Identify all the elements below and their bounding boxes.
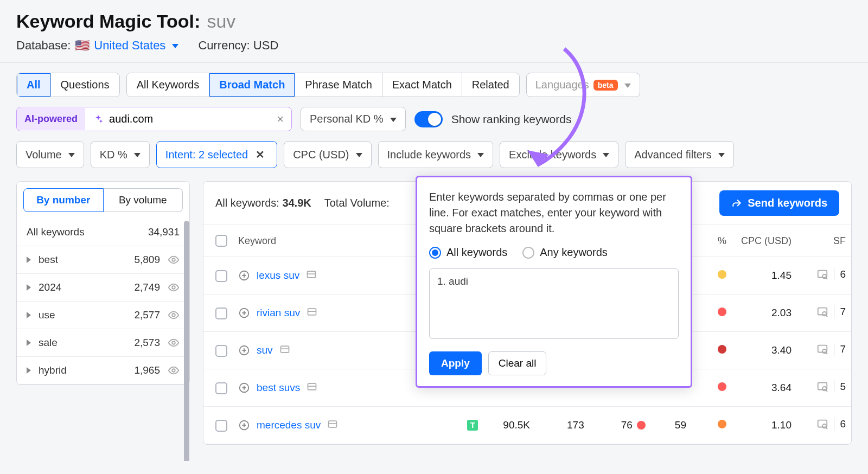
sidebar-scrollbar[interactable] — [184, 221, 189, 461]
filter-cpc[interactable]: CPC (USD) — [284, 141, 371, 168]
languages-dropdown[interactable]: Languages beta — [526, 73, 640, 97]
chevron-down-icon — [390, 118, 397, 122]
intent-badge: T — [467, 420, 478, 431]
sidebar-all-keywords-row[interactable]: All keywords 34,931 — [17, 219, 189, 246]
serp-icon[interactable] — [816, 343, 828, 355]
send-keywords-button[interactable]: Send keywords — [719, 190, 839, 216]
sidebar-item[interactable]: 2024 2,749 — [17, 274, 189, 302]
sf-value: 5 — [840, 381, 846, 393]
cpc-value: 3.40 — [732, 332, 797, 369]
keywords-textarea[interactable] — [429, 268, 679, 339]
chevron-right-icon — [27, 367, 31, 374]
serp-icon[interactable] — [816, 381, 828, 393]
svg-point-1 — [172, 286, 175, 289]
sf-value: 6 — [840, 268, 846, 280]
row-checkbox[interactable] — [215, 270, 227, 282]
select-all-checkbox[interactable] — [215, 235, 227, 247]
eye-icon[interactable] — [168, 364, 180, 376]
eye-icon[interactable] — [168, 281, 180, 293]
keyword-link[interactable]: rivian suv — [257, 307, 300, 319]
add-icon[interactable] — [238, 270, 250, 281]
keyword-link[interactable]: best suvs — [257, 382, 300, 394]
row-checkbox[interactable] — [215, 345, 227, 357]
add-icon[interactable] — [238, 419, 250, 431]
row-checkbox[interactable] — [215, 420, 227, 432]
tab-exact-match[interactable]: Exact Match — [382, 73, 462, 97]
kd-value — [718, 308, 726, 316]
chevron-right-icon — [27, 284, 31, 291]
sidebar-item-count: 2,577 — [134, 309, 160, 321]
eye-icon[interactable] — [168, 254, 180, 266]
query-type-group: All Questions — [16, 73, 120, 97]
close-icon[interactable]: ✕ — [252, 147, 268, 162]
filter-advanced[interactable]: Advanced filters — [625, 141, 733, 168]
radio-icon — [522, 247, 534, 259]
sidebar-item[interactable]: use 2,577 — [17, 302, 189, 329]
sidebar-item-label: hybrid — [39, 364, 126, 376]
filter-include-keywords[interactable]: Include keywords — [378, 141, 494, 168]
card-icon — [279, 344, 290, 355]
cpc-value: 2.03 — [732, 294, 797, 332]
clear-input-icon[interactable]: × — [277, 112, 284, 126]
eye-icon[interactable] — [168, 309, 180, 321]
toolbar: All Questions All Keywords Broad Match P… — [0, 63, 868, 168]
svg-line-12 — [826, 278, 828, 280]
svg-point-4 — [172, 369, 175, 372]
tab-related[interactable]: Related — [462, 73, 519, 97]
card-icon — [327, 419, 338, 430]
page-title-keyword: suv — [207, 11, 235, 32]
share-arrow-icon — [731, 198, 742, 209]
serp-icon[interactable] — [816, 418, 828, 430]
page-header: Keyword Magic Tool: suv Database: 🇺🇸 Uni… — [0, 0, 868, 63]
keyword-link[interactable]: lexus suv — [257, 270, 299, 281]
tab-questions[interactable]: Questions — [50, 73, 119, 97]
keyword-link[interactable]: mercedes suv — [257, 419, 321, 431]
tab-all[interactable]: All — [17, 73, 50, 97]
filter-volume[interactable]: Volume — [16, 141, 84, 168]
col-cpc[interactable]: CPC (USD) — [732, 225, 797, 257]
ranking-keywords-label: Show ranking keywords — [451, 113, 572, 126]
cpc-value: 1.10 — [732, 407, 797, 444]
ranking-keywords-toggle[interactable] — [414, 111, 443, 127]
serp-icon[interactable] — [816, 268, 828, 280]
col-sf[interactable]: SF — [797, 225, 851, 257]
sidebar-tab-by-volume[interactable]: By volume — [104, 188, 183, 212]
sidebar-item-count: 1,965 — [134, 364, 160, 376]
sidebar-item[interactable]: best 5,809 — [17, 246, 189, 274]
ai-domain-input[interactable] — [109, 107, 271, 131]
filter-intent[interactable]: Intent: 2 selected✕ — [156, 141, 277, 168]
personal-kd-dropdown[interactable]: Personal KD % — [301, 107, 406, 131]
add-icon[interactable] — [238, 307, 250, 319]
add-icon[interactable] — [238, 344, 250, 356]
radio-any-keywords[interactable]: Any keywords — [522, 246, 608, 259]
database-selector[interactable]: Database: 🇺🇸 United States — [16, 39, 178, 53]
cpc-value: 1.45 — [732, 257, 797, 294]
keyword-link[interactable]: suv — [257, 344, 273, 356]
chevron-down-icon — [477, 153, 484, 157]
difficulty-dot-icon — [718, 308, 726, 316]
page-title: Keyword Magic Tool: — [16, 11, 200, 32]
add-icon[interactable] — [238, 382, 250, 394]
serp-icon[interactable] — [816, 306, 828, 318]
tab-phrase-match[interactable]: Phrase Match — [295, 73, 381, 97]
radio-all-keywords[interactable]: All keywords — [429, 246, 507, 259]
apply-button[interactable]: Apply — [429, 351, 482, 375]
row-checkbox[interactable] — [215, 308, 227, 319]
row-checkbox[interactable] — [215, 382, 227, 394]
filter-kd[interactable]: KD % — [91, 141, 150, 168]
clear-all-button[interactable]: Clear all — [488, 351, 547, 375]
filter-exclude-keywords[interactable]: Exclude keywords — [500, 141, 618, 168]
chevron-right-icon — [27, 312, 31, 318]
difficulty-dot-icon — [718, 382, 726, 391]
chevron-down-icon — [718, 153, 725, 157]
chevron-down-icon — [624, 84, 631, 88]
sidebar-item[interactable]: sale 2,573 — [17, 329, 189, 357]
sidebar-tab-by-number[interactable]: By number — [23, 188, 104, 212]
sidebar-item-label: sale — [39, 337, 126, 349]
tab-all-keywords[interactable]: All Keywords — [127, 73, 209, 97]
sidebar-item[interactable]: hybrid 1,965 — [17, 357, 189, 385]
eye-icon[interactable] — [168, 337, 180, 349]
col-pkd[interactable]: % — [699, 225, 732, 257]
sidebar-item-label: use — [39, 309, 126, 321]
tab-broad-match[interactable]: Broad Match — [209, 73, 295, 97]
